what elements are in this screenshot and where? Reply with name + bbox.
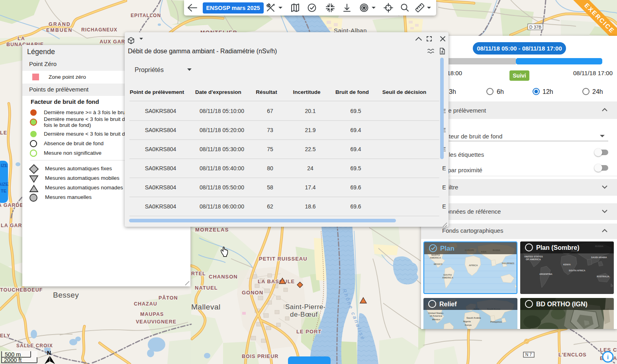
- svg-text:SALLE CROIX: SALLE CROIX: [16, 343, 53, 348]
- svg-text:18.6: 18.6: [305, 203, 315, 210]
- svg-text:LE: LE: [0, 130, 7, 136]
- svg-text:BD ORTHO (IGN): BD ORTHO (IGN): [536, 301, 588, 308]
- svg-text:Saint-Pierre-: Saint-Pierre-: [285, 303, 326, 311]
- svg-text:GRAND: GRAND: [49, 21, 71, 27]
- svg-text:AMERICA: AMERICA: [442, 276, 454, 279]
- svg-text:OF AMERICA: OF AMERICA: [526, 258, 541, 261]
- svg-text:PHILIPPINES: PHILIPPINES: [502, 262, 515, 265]
- svg-text:6h: 6h: [497, 88, 504, 95]
- svg-text:SAUDI ARABIA: SAUDI ARABIA: [591, 256, 607, 259]
- svg-text:AFRICA: AFRICA: [469, 264, 478, 267]
- svg-text:17.4: 17.4: [305, 184, 315, 191]
- svg-text:ARGENTINA: ARGENTINA: [539, 273, 552, 275]
- svg-text:EMBUEN: EMBUEN: [46, 27, 72, 33]
- svg-text:08/11/18 05:10:00: 08/11/18 05:10:00: [200, 108, 244, 114]
- svg-text:21.9: 21.9: [305, 127, 315, 133]
- svg-text:LA BASCULE: LA BASCULE: [258, 278, 295, 284]
- svg-text:08/11/18 05:30:00: 08/11/18 05:30:00: [200, 146, 244, 152]
- svg-text:LA GARI: LA GARI: [1, 223, 24, 228]
- svg-text:Point de prélèvement: Point de prélèvement: [130, 89, 184, 95]
- svg-text:Seuil de décision: Seuil de décision: [382, 89, 426, 95]
- svg-text:LA GARDE: LA GARDE: [0, 202, 24, 208]
- svg-text:SA0KRS804: SA0KRS804: [145, 108, 176, 114]
- svg-text:Relief: Relief: [439, 301, 457, 308]
- svg-text:Saudi Arabia: Saudi Arabia: [466, 317, 481, 319]
- svg-text:62: 62: [267, 203, 273, 210]
- svg-text:08/11/18 05:50:00: 08/11/18 05:50:00: [200, 184, 244, 191]
- svg-text:CHANSON: CHANSON: [209, 274, 238, 280]
- svg-text:Incertitude: Incertitude: [293, 89, 321, 95]
- svg-text:VEAUVIGNERE: VEAUVIGNERE: [136, 319, 176, 325]
- svg-text:3h: 3h: [449, 88, 456, 95]
- svg-text:Philippines: Philippines: [490, 321, 502, 323]
- svg-text:LA: LA: [18, 36, 25, 41]
- svg-text:MEXICO: MEXICO: [434, 263, 443, 265]
- svg-text:Résultat: Résultat: [256, 89, 277, 95]
- svg-text:69.6: 69.6: [350, 184, 361, 191]
- svg-text:Débit de dose gamma ambiant -: Débit de dose gamma ambiant - Radiamétri…: [128, 48, 277, 55]
- svg-text:AL: AL: [613, 355, 617, 361]
- svg-text:AUSTRALIA: AUSTRALIA: [597, 275, 609, 278]
- svg-text:SOUTH: SOUTH: [443, 274, 452, 276]
- svg-text:TOUCHEBOEUF: TOUCHEBOEUF: [0, 287, 43, 293]
- svg-text:SA0KRS804: SA0KRS804: [145, 184, 176, 191]
- svg-text:AIZE: AIZE: [0, 182, 8, 187]
- svg-text:75: 75: [267, 146, 273, 152]
- svg-text:Plan (Sombre): Plan (Sombre): [536, 244, 579, 251]
- svg-text:22.5: 22.5: [305, 146, 315, 152]
- svg-text:Malleval: Malleval: [191, 303, 221, 311]
- svg-text:Plan: Plan: [440, 245, 454, 252]
- svg-text:24h: 24h: [592, 88, 603, 95]
- svg-text:NATUEL: NATUEL: [195, 285, 218, 291]
- svg-text:D 37B: D 37B: [529, 25, 542, 29]
- svg-text:ENSOSP mars 2025: ENSOSP mars 2025: [206, 5, 260, 11]
- svg-text:SA0KRS804: SA0KRS804: [145, 146, 176, 152]
- svg-text:SA0KRS804: SA0KRS804: [145, 165, 176, 171]
- svg-text:MORZELAS: MORZELAS: [195, 227, 229, 233]
- svg-text:E: E: [442, 203, 446, 210]
- svg-text:69.5: 69.5: [350, 165, 361, 171]
- svg-text:08/11/18 05:40:00: 08/11/18 05:40:00: [200, 165, 244, 171]
- svg-text:SA0KRS804: SA0KRS804: [145, 203, 176, 210]
- svg-text:TE: TE: [1, 189, 6, 193]
- svg-text:Bruit de fond: Bruit de fond: [335, 89, 369, 95]
- svg-text:ELY: ELY: [0, 333, 10, 339]
- svg-text:E: E: [442, 184, 446, 191]
- svg-text:KENYA: KENYA: [563, 263, 571, 266]
- svg-text:AUX GAR: AUX GAR: [100, 39, 125, 45]
- svg-text:of America: of America: [430, 315, 442, 317]
- svg-text:IZE: IZE: [1, 163, 8, 168]
- svg-text:PÂTON: PÂTON: [159, 295, 178, 301]
- svg-text:Date d'expression: Date d'expression: [195, 89, 241, 95]
- svg-text:Propriétés: Propriétés: [135, 66, 164, 73]
- svg-text:69.4: 69.4: [350, 146, 361, 152]
- svg-text:69.6: 69.6: [350, 203, 361, 210]
- svg-text:69.5: 69.5: [350, 108, 361, 114]
- svg-text:2000 ft: 2000 ft: [4, 357, 22, 363]
- svg-text:N: N: [47, 350, 51, 356]
- svg-text:CHAZAU: CHAZAU: [134, 301, 157, 307]
- svg-text:80: 80: [267, 165, 273, 171]
- svg-text:E: E: [442, 165, 446, 171]
- svg-text:GONON: GONON: [242, 290, 263, 296]
- svg-text:L'ENCLOS: L'ENCLOS: [558, 352, 587, 358]
- svg-text:12h: 12h: [543, 88, 553, 95]
- svg-text:LE PORT: LE PORT: [296, 329, 321, 335]
- svg-text:i: i: [607, 354, 609, 360]
- svg-text:N 7: N 7: [525, 352, 532, 357]
- svg-text:BOIS PRIEUR: BOIS PRIEUR: [242, 354, 278, 359]
- svg-text:08/11/18 05:20:00: 08/11/18 05:20:00: [200, 127, 244, 133]
- svg-text:PETIT RUISSEAU: PETIT RUISSEAU: [259, 256, 308, 262]
- svg-text:08/11/18 06:00:00: 08/11/18 06:00:00: [200, 203, 244, 210]
- svg-text:24: 24: [307, 165, 313, 171]
- svg-text:Nigeria: Nigeria: [463, 320, 471, 323]
- svg-text:SOUTH AFRICA: SOUTH AFRICA: [569, 269, 585, 272]
- svg-text:RTEL: RTEL: [191, 271, 206, 276]
- svg-text:de-Bœuf: de-Bœuf: [290, 311, 318, 318]
- svg-text:Bessey: Bessey: [53, 291, 79, 299]
- svg-text:20.1: 20.1: [305, 108, 315, 114]
- svg-text:RICHAGNEUX: RICHAGNEUX: [81, 27, 118, 33]
- svg-text:73: 73: [267, 127, 273, 133]
- svg-text:UNITED STATES: UNITED STATES: [524, 255, 543, 258]
- svg-text:69.4: 69.4: [350, 127, 361, 133]
